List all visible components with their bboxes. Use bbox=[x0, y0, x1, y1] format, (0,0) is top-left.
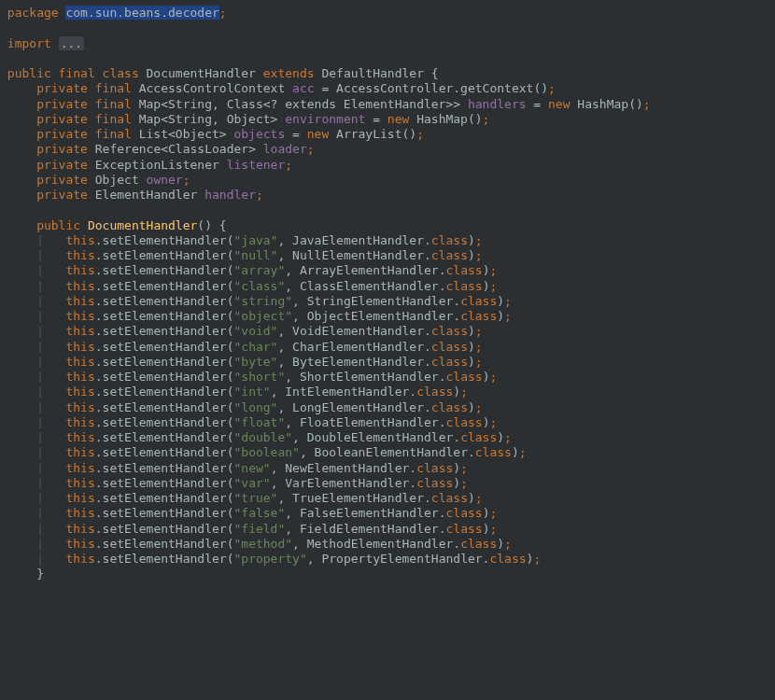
code-editor[interactable]: package com.sun.beans.decoder; import ..… bbox=[0, 0, 775, 582]
